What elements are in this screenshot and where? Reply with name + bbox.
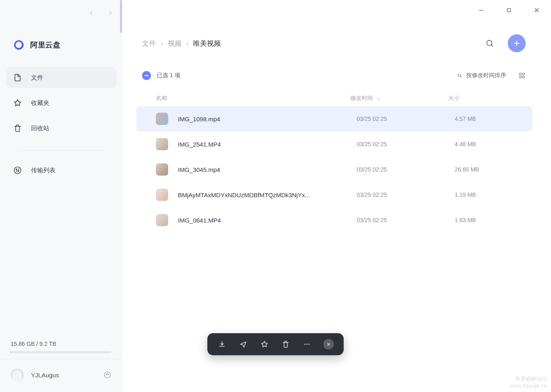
svg-rect-5 (520, 73, 522, 75)
sort-icon (456, 72, 463, 79)
sidebar-divider (17, 150, 105, 151)
selection-action-bar (207, 333, 344, 355)
selection-row: 已选 1 项 按修改时间排序 (122, 52, 551, 80)
add-button[interactable] (508, 34, 526, 52)
chevron-right-icon: › (161, 40, 163, 47)
nav-forward-button[interactable] (107, 9, 114, 16)
svg-point-0 (15, 41, 22, 49)
storage-indicator: 15.86 GB / 9.2 TB (0, 341, 122, 359)
sidebar-item-transfer[interactable]: 传输列表 (6, 160, 116, 181)
dismiss-button[interactable] (323, 339, 334, 350)
file-icon (13, 73, 22, 82)
sort-button[interactable]: 按修改时间排序 (456, 72, 506, 79)
selection-text: 已选 1 项 (157, 72, 180, 79)
file-row[interactable]: IMG_2541.MP4 03/25 02:25 4.48 MB (136, 131, 532, 157)
file-size: 26.65 MB (455, 166, 532, 173)
file-row[interactable]: IMG_3045.mp4 03/25 02:25 26.65 MB (136, 157, 532, 182)
svg-rect-6 (523, 73, 525, 75)
storage-bar (11, 351, 111, 353)
file-name: IMG_0641.MP4 (178, 217, 221, 224)
sidebar-item-label: 文件 (31, 74, 43, 82)
svg-rect-3 (507, 9, 511, 12)
download-button[interactable] (217, 339, 227, 349)
nav-back-button[interactable] (88, 9, 95, 16)
file-thumbnail (156, 163, 168, 176)
file-time: 03/25 02:25 (357, 217, 455, 223)
breadcrumb-item[interactable]: 文件 (142, 39, 156, 48)
search-button[interactable] (485, 38, 495, 48)
chevron-right-icon: › (187, 40, 189, 47)
file-thumbnail (156, 214, 168, 226)
sidebar-item-label: 回收站 (31, 125, 49, 132)
sidebar-item-label: 收藏夹 (31, 99, 49, 107)
file-list: IMG_1098.mp4 03/25 02:25 4.57 MB IMG_254… (122, 106, 551, 233)
sidebar-item-label: 传输列表 (31, 167, 56, 174)
sidebar: 阿里云盘 文件 收藏夹 回收站 传输列表 (0, 0, 122, 392)
trash-icon (13, 124, 22, 133)
header-actions (485, 34, 526, 52)
more-button[interactable] (302, 339, 312, 349)
file-time: 03/25 02:25 (357, 116, 455, 122)
column-name[interactable]: 名称 (156, 95, 350, 102)
file-time: 03/25 02:25 (357, 166, 455, 173)
maximize-button[interactable] (505, 7, 513, 14)
window-controls (122, 0, 551, 17)
user-name: YJLAugus (31, 372, 96, 379)
breadcrumb-item[interactable]: 视频 (168, 39, 182, 48)
header-row: 文件 › 视频 › 唯美视频 (122, 17, 551, 52)
sidebar-item-files[interactable]: 文件 (6, 67, 116, 88)
breadcrumb: 文件 › 视频 › 唯美视频 (142, 39, 221, 48)
transfer-icon (13, 166, 22, 175)
file-size: 4.48 MB (455, 141, 532, 147)
svg-rect-7 (520, 76, 522, 78)
avatar (11, 368, 24, 381)
file-name: IMG_2541.MP4 (178, 141, 221, 148)
delete-button[interactable] (281, 339, 291, 349)
file-thumbnail (156, 113, 168, 125)
file-time: 03/25 02:25 (357, 192, 455, 198)
svg-point-9 (304, 344, 306, 345)
file-thumbnail (156, 189, 168, 201)
sidebar-item-trash[interactable]: 回收站 (6, 118, 116, 139)
nav-arrows (88, 9, 122, 16)
selection-indicator-icon[interactable] (142, 71, 151, 80)
arrow-down-icon (376, 96, 381, 101)
file-name: IMG_3045.mp4 (178, 166, 220, 173)
svg-rect-8 (523, 76, 525, 78)
column-size[interactable]: 大小 (448, 95, 526, 102)
list-controls: 按修改时间排序 (456, 72, 526, 79)
file-row[interactable]: BMjAyMTAxMDYxNDUzMDBfMTQzMDk3NjYx... 03/… (136, 182, 532, 207)
column-time[interactable]: 修改时间 (350, 95, 448, 102)
sync-icon[interactable] (103, 371, 111, 379)
app-logo: 阿里云盘 (13, 39, 122, 51)
file-thumbnail (156, 138, 168, 150)
close-button[interactable] (533, 7, 540, 14)
file-name: BMjAyMTAxMDYxNDUzMDBfMTQzMDk3NjYx... (178, 192, 310, 198)
sidebar-item-favorites[interactable]: 收藏夹 (6, 92, 116, 114)
svg-point-11 (309, 344, 310, 345)
star-icon (13, 98, 22, 107)
minimize-button[interactable] (478, 7, 485, 14)
share-button[interactable] (238, 339, 248, 349)
sidebar-menu: 文件 收藏夹 回收站 传输列表 (0, 67, 122, 181)
file-size: 1.19 MB (455, 192, 532, 198)
sort-label: 按修改时间排序 (466, 72, 506, 79)
app-name: 阿里云盘 (30, 40, 60, 50)
file-time: 03/25 02:25 (357, 141, 455, 147)
grid-icon (518, 72, 526, 79)
file-name: IMG_1098.mp4 (178, 116, 220, 122)
user-row[interactable]: YJLAugus (0, 359, 122, 392)
file-size: 1.63 MB (455, 217, 532, 223)
file-row[interactable]: IMG_0641.MP4 03/25 02:25 1.63 MB (136, 207, 532, 233)
svg-point-10 (307, 344, 308, 345)
file-row[interactable]: IMG_1098.mp4 03/25 02:25 4.57 MB (136, 106, 532, 131)
storage-text: 15.86 GB / 9.2 TB (11, 341, 111, 347)
logo-icon (13, 39, 24, 51)
breadcrumb-current: 唯美视频 (193, 39, 221, 48)
svg-point-1 (14, 167, 21, 174)
file-size: 4.57 MB (455, 116, 532, 122)
sidebar-scrollbar[interactable] (120, 0, 122, 33)
favorite-button[interactable] (260, 339, 269, 349)
column-headers: 名称 修改时间 大小 (122, 80, 551, 106)
view-toggle-button[interactable] (518, 72, 526, 79)
